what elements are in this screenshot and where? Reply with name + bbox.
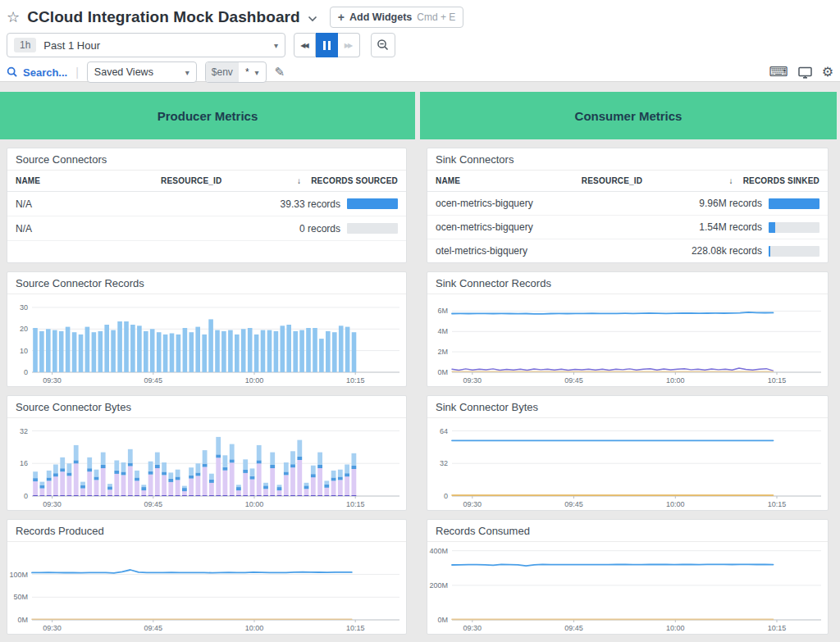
svg-text:6M: 6M — [437, 307, 448, 315]
keyboard-shortcuts-icon[interactable]: ⌨ — [769, 66, 788, 79]
dashboard-grid: Producer Metrics Source Connectors NAME … — [0, 82, 840, 642]
table-row: N/A 0 records — [7, 216, 406, 241]
column-header-name[interactable]: NAME — [16, 176, 161, 185]
sort-descending-icon: ↓ — [728, 176, 733, 185]
svg-text:09:30: 09:30 — [43, 500, 62, 508]
env-variable-name: $env — [206, 62, 239, 82]
svg-text:100M: 100M — [9, 571, 28, 579]
svg-text:09:30: 09:30 — [463, 624, 482, 632]
svg-text:10:15: 10:15 — [346, 624, 365, 632]
filter-row: Search... | Saved Views ▾ $env * ▾ ✎ ⌨ — [7, 60, 833, 84]
widget-title: Records Consumed — [427, 520, 828, 542]
svg-text:20: 20 — [20, 325, 28, 333]
add-widgets-label: Add Widgets — [349, 11, 412, 23]
widget-records-produced: Records Produced 0M50M100M09:3009:4510:0… — [7, 519, 407, 635]
svg-text:4M: 4M — [437, 327, 448, 335]
line-chart-records-produced[interactable]: 0M50M100M09:3009:4510:0010:15 — [7, 542, 406, 634]
favorite-star-icon[interactable]: ☆ — [7, 10, 20, 25]
table-row: ocen-metrics-bigquery 9.96M records — [427, 192, 828, 216]
producer-column: Producer Metrics Source Connectors NAME … — [0, 92, 415, 642]
line-chart-sink-connector-records[interactable]: 0M2M4M6M09:3009:4510:0010:15 — [427, 294, 828, 386]
add-widgets-shortcut: Cmd + E — [417, 11, 455, 23]
svg-text:09:45: 09:45 — [564, 376, 583, 385]
pause-button[interactable] — [316, 33, 338, 57]
cell-name: otel-metrics-bigquery — [436, 245, 582, 257]
table-header: NAME RESOURCE_ID ↓ RECORDS SOURCED — [7, 171, 406, 192]
widget-sink-connector-bytes: Sink Connector Bytes 0326409:3009:4510:0… — [427, 395, 829, 511]
template-variable-env[interactable]: $env * ▾ — [205, 61, 267, 83]
add-widgets-button[interactable]: + Add Widgets Cmd + E — [330, 7, 463, 28]
svg-text:0M: 0M — [17, 616, 28, 624]
top-bar: ☆ CCloud Integration Mock Dashboard + Ad… — [0, 0, 840, 82]
bar-chart-source-connector-records[interactable]: 010203009:3009:4510:0010:15 — [7, 294, 406, 386]
column-header-name[interactable]: NAME — [436, 176, 582, 185]
svg-text:0M: 0M — [437, 368, 448, 376]
svg-text:0M: 0M — [437, 616, 448, 624]
value-bar — [769, 246, 819, 257]
column-header-records-sinked[interactable]: ↓ RECORDS SINKED — [685, 176, 819, 185]
widget-title: Sink Connector Records — [427, 272, 828, 294]
svg-text:09:45: 09:45 — [144, 500, 163, 508]
widget-source-connector-bytes: Source Connector Bytes 0163209:3009:4510… — [7, 395, 407, 511]
pause-icon — [323, 41, 331, 50]
search-button[interactable]: Search... — [7, 66, 67, 79]
svg-text:10:15: 10:15 — [768, 624, 787, 632]
value-bar — [347, 223, 398, 234]
zoom-out-button[interactable] — [371, 33, 395, 57]
saved-views-select[interactable]: Saved Views ▾ — [87, 61, 197, 83]
cell-name: ocen-metrics-bigquery — [436, 221, 582, 233]
svg-text:10:15: 10:15 — [768, 376, 787, 385]
svg-text:10:15: 10:15 — [346, 376, 365, 385]
svg-text:16: 16 — [20, 459, 28, 467]
svg-text:10:15: 10:15 — [346, 500, 365, 508]
svg-text:32: 32 — [20, 427, 28, 435]
table-row: ocen-metrics-bigquery 1.54M records — [427, 216, 828, 239]
column-header-resource-id[interactable]: RESOURCE_ID — [582, 176, 685, 185]
title-row: ☆ CCloud Integration Mock Dashboard + Ad… — [7, 4, 833, 30]
svg-text:10:00: 10:00 — [666, 376, 685, 385]
time-shift-button-group: ◀◀ ▶▶ — [294, 33, 360, 57]
time-forward-button[interactable]: ▶▶ — [338, 33, 360, 57]
stacked-bar-chart-source-connector-bytes[interactable]: 0163209:3009:4510:0010:15 — [7, 418, 406, 510]
widget-source-connector-records: Source Connector Records 010203009:3009:… — [7, 271, 407, 387]
column-header-records-sourced[interactable]: ↓ RECORDS SOURCED — [264, 176, 398, 185]
rewind-icon: ◀◀ — [300, 42, 308, 49]
fullscreen-monitor-icon[interactable] — [798, 66, 812, 79]
widget-title: Source Connector Bytes — [7, 396, 406, 418]
widget-title: Sink Connectors — [427, 148, 828, 171]
search-label: Search... — [23, 66, 67, 79]
line-chart-sink-connector-bytes[interactable]: 0326409:3009:4510:0010:15 — [427, 418, 828, 510]
plus-icon: + — [338, 11, 345, 24]
fast-forward-icon: ▶▶ — [345, 42, 353, 49]
cell-value: 9.96M records — [699, 198, 762, 209]
column-header-resource-id[interactable]: RESOURCE_ID — [161, 176, 264, 185]
svg-text:10:00: 10:00 — [245, 376, 264, 385]
svg-text:09:45: 09:45 — [564, 500, 583, 508]
svg-text:09:30: 09:30 — [43, 376, 62, 385]
svg-text:30: 30 — [20, 303, 28, 312]
saved-views-label: Saved Views — [94, 66, 179, 78]
svg-text:0: 0 — [24, 368, 28, 376]
widget-source-connectors: Source Connectors NAME RESOURCE_ID ↓ REC… — [7, 148, 407, 263]
line-chart-records-consumed[interactable]: 0M200M400M09:3009:4510:0010:15 — [427, 542, 828, 634]
value-bar — [769, 198, 819, 209]
title-chevron-down-icon[interactable] — [308, 16, 317, 22]
svg-text:64: 64 — [440, 427, 448, 435]
cell-value: 0 records — [299, 223, 340, 234]
time-range-badge: 1h — [14, 38, 36, 52]
svg-text:09:45: 09:45 — [564, 624, 583, 632]
page-title: CCloud Integration Mock Dashboard — [27, 8, 300, 26]
cell-value: 228.08k records — [692, 245, 762, 257]
svg-text:10:15: 10:15 — [768, 500, 787, 508]
svg-text:0: 0 — [24, 492, 28, 500]
table-header: NAME RESOURCE_ID ↓ RECORDS SINKED — [427, 171, 828, 192]
edit-pencil-icon[interactable]: ✎ — [275, 65, 285, 80]
settings-gear-icon[interactable]: ⚙ — [822, 66, 833, 79]
time-range-selector[interactable]: 1h Past 1 Hour ▾ — [7, 33, 285, 57]
magnifier-minus-icon — [377, 39, 390, 52]
search-icon — [7, 66, 18, 78]
svg-text:10:00: 10:00 — [666, 624, 685, 632]
svg-text:09:45: 09:45 — [144, 376, 163, 385]
widget-title: Source Connectors — [7, 148, 406, 171]
time-backward-button[interactable]: ◀◀ — [294, 33, 316, 57]
